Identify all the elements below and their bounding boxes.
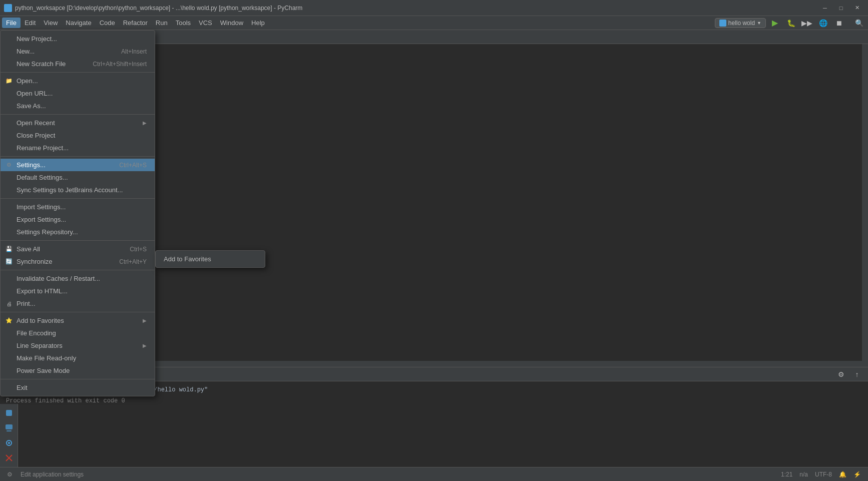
run-config-icon	[719, 20, 726, 27]
menu-invalidate-caches[interactable]: Invalidate Caches / Restart...	[1, 272, 155, 285]
menu-sync-settings-label: Sync Settings to JetBrains Account...	[17, 186, 123, 194]
settings-gear-icon: ⚙	[5, 162, 14, 168]
submenu-add-fav-item[interactable]: Add to Favorites	[156, 253, 265, 265]
menu-import-settings-label: Import Settings...	[17, 203, 66, 211]
menu-file[interactable]: File	[2, 18, 21, 28]
menu-open-recent-label: Open Recent	[17, 119, 55, 127]
minimize-button[interactable]: ─	[818, 3, 832, 13]
open-folder-icon: 📁	[5, 78, 14, 84]
menu-new-label: New...	[17, 48, 35, 55]
menu-close-project-label: Close Project	[17, 132, 55, 139]
menu-refactor[interactable]: Refactor	[119, 18, 152, 28]
status-encoding[interactable]: UTF-8	[812, 471, 835, 478]
run-config-selector[interactable]: hello wold ▼	[715, 18, 766, 28]
sep-2	[1, 114, 155, 115]
search-everywhere-button[interactable]: 🔍	[852, 16, 866, 30]
side-icon-3[interactable]	[2, 436, 16, 450]
menu-run[interactable]: Run	[152, 18, 172, 28]
menu-save-as[interactable]: Save As...	[1, 100, 155, 112]
menu-synchronize[interactable]: 🔄 Synchronize Ctrl+Alt+Y	[1, 255, 155, 268]
menu-save-all-shortcut: Ctrl+S	[118, 246, 147, 253]
status-power[interactable]: ⚡	[850, 471, 864, 478]
run-button[interactable]: ▶	[768, 16, 782, 30]
menu-export-settings[interactable]: Export Settings...	[1, 213, 155, 226]
coverage-button[interactable]: ▶▶	[800, 16, 814, 30]
terminal-result: Process finished with exit code 0	[6, 396, 862, 405]
side-icon-1[interactable]	[2, 406, 16, 420]
run-config-chevron: ▼	[757, 21, 761, 26]
status-notifications[interactable]: 🔔	[836, 471, 849, 478]
menu-power-save[interactable]: Power Save Mode	[1, 364, 155, 377]
menu-code[interactable]: Code	[96, 18, 119, 28]
status-settings-icon[interactable]: ⚙	[4, 471, 16, 478]
menu-new[interactable]: New... Alt+Insert	[1, 45, 155, 58]
menu-save-all-label: Save All	[17, 245, 40, 253]
menu-edit[interactable]: Edit	[21, 18, 40, 28]
menu-rename-project[interactable]: Rename Project...	[1, 142, 155, 154]
side-bottom-icons	[0, 404, 18, 467]
status-left-text[interactable]: Edit application settings	[18, 471, 87, 478]
menu-export-html[interactable]: Export to HTML...	[1, 285, 155, 297]
menu-open[interactable]: 📁 Open...	[1, 75, 155, 87]
menu-line-separators[interactable]: Line Separators ▶	[1, 339, 155, 352]
sep-8	[1, 379, 155, 379]
file-menu-dropdown: New Project... New... Alt+Insert New Scr…	[0, 30, 155, 396]
menu-navigate[interactable]: Navigate	[62, 18, 95, 28]
menu-settings[interactable]: ⚙ Settings... Ctrl+Alt+S	[1, 159, 155, 171]
add-to-favorites-submenu: Add to Favorites	[155, 250, 265, 268]
run-config-name: hello wold	[728, 20, 755, 27]
menu-save-as-label: Save As...	[17, 102, 46, 110]
menu-save-all[interactable]: 💾 Save All Ctrl+S	[1, 243, 155, 255]
menu-new-scratch-shortcut: Ctrl+Alt+Shift+Insert	[81, 61, 147, 68]
status-left: ⚙ Edit application settings	[4, 471, 774, 478]
save-all-icon: 💾	[5, 246, 14, 252]
open-recent-arrow: ▶	[143, 120, 147, 126]
menu-settings-repo[interactable]: Settings Repository...	[1, 226, 155, 238]
side-icon-4[interactable]	[2, 451, 16, 465]
bottom-settings-btn[interactable]: ⚙	[834, 367, 848, 381]
editor-area[interactable]: 1 print("hello world!")	[35, 44, 868, 367]
profile-button[interactable]: 🌐	[816, 16, 830, 30]
menu-file-encoding[interactable]: File Encoding	[1, 327, 155, 339]
title-bar: python_worksapce [D:\develop\python\pyth…	[0, 0, 868, 16]
menu-make-readonly[interactable]: Make File Read-only	[1, 352, 155, 364]
close-button[interactable]: ✕	[850, 3, 864, 13]
status-bar: ⚙ Edit application settings 1:21 n/a UTF…	[0, 467, 868, 481]
print-icon: 🖨	[5, 301, 14, 307]
menu-line-sep-label: Line Separators	[17, 342, 63, 349]
maximize-button[interactable]: □	[834, 3, 848, 13]
menu-print[interactable]: 🖨 Print...	[1, 297, 155, 310]
menu-open-url[interactable]: Open URL...	[1, 87, 155, 100]
menu-close-project[interactable]: Close Project	[1, 129, 155, 142]
status-linesep[interactable]: n/a	[796, 471, 811, 478]
menu-import-settings[interactable]: Import Settings...	[1, 201, 155, 213]
menu-help[interactable]: Help	[247, 18, 269, 28]
menu-settings-label: Settings...	[17, 161, 46, 169]
debug-button[interactable]: 🐛	[784, 16, 798, 30]
stop-button[interactable]: ⏹	[832, 16, 846, 30]
menu-new-scratch[interactable]: New Scratch File Ctrl+Alt+Shift+Insert	[1, 58, 155, 70]
side-icon-2[interactable]	[2, 421, 16, 435]
menu-open-label: Open...	[17, 77, 38, 85]
menu-new-project[interactable]: New Project...	[1, 33, 155, 45]
menu-exit[interactable]: Exit	[1, 381, 155, 394]
menu-open-recent[interactable]: Open Recent ▶	[1, 117, 155, 129]
window-controls: ─ □ ✕	[818, 3, 864, 13]
menu-sync-settings[interactable]: Sync Settings to JetBrains Account...	[1, 184, 155, 196]
menu-default-settings[interactable]: Default Settings...	[1, 171, 155, 184]
menu-vcs[interactable]: VCS	[195, 18, 216, 28]
menu-add-fav-label: Add to Favorites	[17, 317, 64, 324]
menu-bar: File Edit View Navigate Code Refactor Ru…	[0, 16, 868, 30]
menu-add-to-favorites[interactable]: ⭐ Add to Favorites ▶	[1, 314, 155, 327]
menu-view[interactable]: View	[40, 18, 62, 28]
bottom-up-btn[interactable]: ↑	[850, 367, 864, 381]
menu-open-url-label: Open URL...	[17, 90, 53, 97]
code-editor[interactable]: 1 print("hello world!")	[35, 44, 868, 361]
menu-window[interactable]: Window	[216, 18, 247, 28]
menu-make-readonly-label: Make File Read-only	[17, 354, 76, 362]
horizontal-scrollbar[interactable]	[35, 361, 868, 367]
vertical-scrollbar[interactable]	[862, 44, 868, 367]
status-position[interactable]: 1:21	[778, 471, 795, 478]
window-title: python_worksapce [D:\develop\python\pyth…	[15, 5, 815, 12]
menu-tools[interactable]: Tools	[172, 18, 195, 28]
